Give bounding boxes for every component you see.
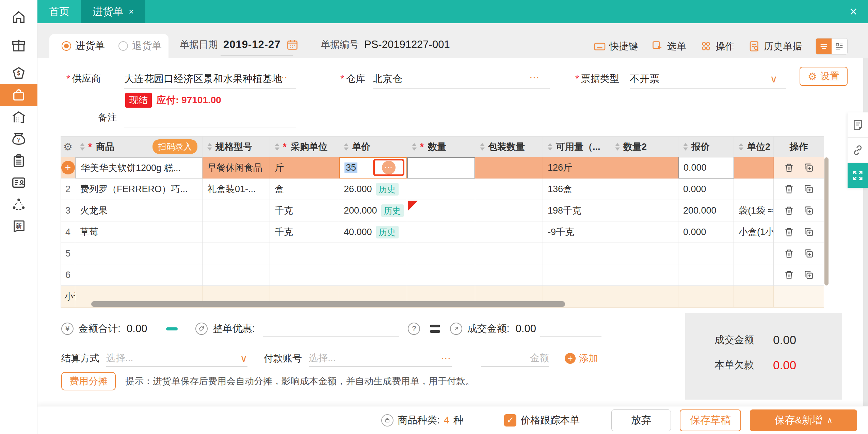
spec-cell[interactable] <box>203 221 270 243</box>
sidebar-item-new[interactable]: 新 <box>0 215 37 237</box>
copy-row-icon[interactable] <box>803 227 814 237</box>
history-orders-button[interactable]: 历史单据 <box>748 40 802 53</box>
unit-cell[interactable]: 千克 <box>270 221 339 243</box>
close-icon[interactable]: × <box>839 0 868 23</box>
delete-row-icon[interactable] <box>784 269 794 280</box>
history-badge[interactable]: 历史 <box>381 204 404 217</box>
sort-icon[interactable] <box>412 143 417 151</box>
col-pack[interactable]: 包装数量 <box>475 137 543 157</box>
expand-panel-button[interactable] <box>848 163 868 188</box>
actions-button[interactable]: 操作 <box>700 40 735 53</box>
copy-row-icon[interactable] <box>803 184 814 195</box>
unit-cell[interactable] <box>270 264 339 286</box>
tab-close-icon[interactable]: × <box>129 6 134 17</box>
product-cell[interactable] <box>75 243 203 264</box>
col-quote[interactable]: 报价 <box>678 137 734 157</box>
unit-cell[interactable] <box>270 243 339 264</box>
price-track-group[interactable]: ✓ 价格跟踪本单 <box>504 414 580 427</box>
qty-cell[interactable] <box>407 264 475 286</box>
discount-input[interactable] <box>263 321 399 337</box>
sidebar-item-warehouse[interactable] <box>0 106 37 128</box>
qty2-cell[interactable] <box>610 221 678 243</box>
save-draft-button[interactable]: 保存草稿 <box>680 409 741 431</box>
quote-cell[interactable] <box>678 243 734 264</box>
sidebar-item-purchase[interactable] <box>0 84 37 106</box>
table-vertical-scrollbar[interactable] <box>824 157 829 285</box>
spec-cell[interactable] <box>203 243 270 264</box>
pack-cell[interactable] <box>475 243 543 264</box>
qty2-cell[interactable] <box>610 243 678 264</box>
column-settings-cell[interactable]: ⚙ <box>61 137 75 157</box>
help-icon[interactable]: ? <box>408 323 420 335</box>
card-view-button[interactable] <box>832 38 847 54</box>
price-input-cell[interactable]: 35 ⋯ <box>339 157 407 179</box>
add-payment-button[interactable]: + 添加 <box>565 352 598 365</box>
sidebar-item-sales[interactable]: $ <box>0 62 37 84</box>
delete-row-icon[interactable] <box>784 248 794 259</box>
unit-cell[interactable]: 盒 <box>270 179 339 200</box>
tab-home[interactable]: 首页 <box>37 0 81 23</box>
price-cell[interactable] <box>339 264 407 286</box>
horizontal-scrollbar[interactable] <box>91 301 565 307</box>
delete-row-icon[interactable] <box>784 227 794 237</box>
quote-cell[interactable]: 0.000 <box>678 221 734 243</box>
sort-icon[interactable] <box>683 143 688 151</box>
product-cell[interactable]: 华美华夫软饼1200g 糕... <box>75 157 203 179</box>
copy-row-icon[interactable] <box>803 248 814 259</box>
sidebar-item-gift[interactable] <box>0 35 37 57</box>
pay-amount-input[interactable]: 金额 <box>481 350 549 367</box>
sort-icon[interactable] <box>207 143 212 151</box>
price-cell[interactable]: 200.000历史 <box>339 200 407 221</box>
col-product[interactable]: *商品扫码录入 <box>75 137 203 157</box>
qty-cell[interactable] <box>407 221 475 243</box>
quote-cell[interactable]: 0.000 <box>678 179 734 200</box>
supplier-value[interactable]: 大连花园口经济区景和水果种植基地 <box>124 72 282 86</box>
sort-icon[interactable] <box>739 143 743 151</box>
qty-cell[interactable] <box>407 243 475 264</box>
quote-cell[interactable] <box>678 264 734 286</box>
qty2-cell[interactable] <box>610 264 678 286</box>
fee-share-button[interactable]: 费用分摊 <box>61 372 116 390</box>
price-cell[interactable]: 40.000历史 <box>339 221 407 243</box>
quote-cell[interactable]: 0.000 <box>678 157 734 179</box>
settle-method-select[interactable]: 选择... ∨ <box>106 350 247 367</box>
calendar-icon[interactable] <box>286 38 299 51</box>
supplier-more-button[interactable]: ⋯ <box>277 76 288 79</box>
row-add-cell[interactable]: + <box>61 157 75 179</box>
remark-underline[interactable] <box>124 127 296 127</box>
radio-purchase-order[interactable]: 进货单 <box>62 39 105 53</box>
qty-cell[interactable] <box>407 200 475 221</box>
price-cell[interactable] <box>339 243 407 264</box>
col-available[interactable]: 可用量（... <box>543 137 610 157</box>
cancel-button[interactable]: 放弃 <box>611 409 671 431</box>
warehouse-value[interactable]: 北京仓 <box>373 72 402 86</box>
pack-cell[interactable] <box>475 221 543 243</box>
pay-account-select[interactable]: 选择... ⋯ <box>309 350 452 367</box>
sidebar-item-home[interactable] <box>0 6 37 28</box>
warehouse-more-button[interactable]: ⋯ <box>529 76 540 79</box>
shortcut-keys-button[interactable]: 快捷键 <box>594 40 638 53</box>
spec-cell[interactable] <box>203 264 270 286</box>
pack-cell[interactable] <box>475 264 543 286</box>
sort-icon[interactable] <box>275 143 279 151</box>
sort-icon[interactable] <box>615 143 620 151</box>
price-value-selected[interactable]: 35 <box>344 162 357 173</box>
note-panel-button[interactable] <box>848 112 868 138</box>
scan-input-button[interactable]: 扫码录入 <box>152 139 197 154</box>
unit-cell[interactable]: 千克 <box>270 200 339 221</box>
sort-icon[interactable] <box>80 143 85 151</box>
copy-row-icon[interactable] <box>803 269 814 280</box>
copy-row-icon[interactable] <box>803 162 814 173</box>
product-cell[interactable]: 草莓 <box>75 221 203 243</box>
col-unit[interactable]: *采购单位 <box>270 137 339 157</box>
col-price[interactable]: 单价 <box>339 137 407 157</box>
settings-button[interactable]: ⚙ 设置 <box>800 67 848 86</box>
price-cell[interactable]: 26.000历史 <box>339 179 407 200</box>
price-more-button[interactable]: ⋯ <box>373 159 404 176</box>
qty-cell[interactable] <box>407 179 475 200</box>
col-qty2[interactable]: 数量2 <box>610 137 678 157</box>
product-cell[interactable] <box>75 264 203 286</box>
deal-amount-input[interactable] <box>540 321 601 337</box>
sort-icon[interactable] <box>548 143 552 151</box>
quote-cell[interactable]: 200.000 <box>678 200 734 221</box>
